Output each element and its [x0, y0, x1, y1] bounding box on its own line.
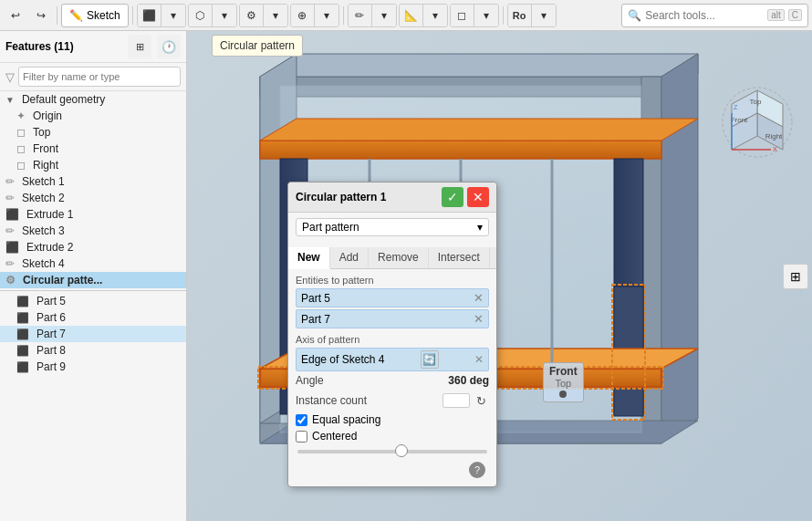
part-label: Part 5	[36, 295, 66, 307]
toolbar-group-4: ⊕ ▾	[290, 4, 339, 27]
sketch-tool-button[interactable]: ✏	[349, 4, 372, 27]
axis-icon-button[interactable]: 🔄	[421, 350, 439, 369]
tree-item-10[interactable]: ✏Sketch 4	[0, 255, 186, 272]
axis-row: Edge of Sketch 4 🔄 ✕	[296, 348, 489, 371]
combine-dropdown[interactable]: ▾	[315, 4, 338, 27]
dialog-cancel-button[interactable]: ✕	[467, 187, 489, 207]
dialog-pattern-type-section: Part pattern ▾	[288, 213, 496, 247]
search-input[interactable]	[645, 9, 764, 22]
entity-remove-button[interactable]: ✕	[474, 291, 484, 305]
toolbar-group-ro: Ro ▾	[507, 4, 557, 27]
tree-item-4[interactable]: ◻Right	[0, 157, 186, 173]
entity-label: Part 7	[301, 313, 330, 326]
instance-label: Instance count	[296, 394, 367, 407]
parts-container: ⬛Part 5⬛Part 6⬛Part 7⬛Part 8⬛Part 9	[0, 293, 186, 375]
dims-dropdown[interactable]: ▾	[423, 4, 447, 27]
entity-remove-button[interactable]: ✕	[474, 312, 484, 326]
tree-item-label: Sketch 2	[22, 192, 65, 204]
slider-track	[297, 450, 487, 453]
part-item-1[interactable]: ⬛Part 6	[0, 309, 186, 326]
dialog-tab-add[interactable]: Add	[330, 247, 369, 268]
plane-icon: ◻	[16, 142, 26, 155]
sketch-button[interactable]: ✏️ Sketch	[61, 4, 129, 27]
svg-text:X: X	[773, 146, 777, 152]
part-icon: ⬛	[16, 296, 29, 307]
tree-item-label: Front	[33, 142, 58, 155]
pattern-type-row[interactable]: Part pattern ▾	[296, 218, 489, 236]
display-options-button[interactable]: ⊞	[783, 264, 808, 289]
entities-container: Part 5✕Part 7✕	[296, 288, 489, 328]
circular-icon: ⚙	[5, 274, 16, 287]
redo-button[interactable]: ↪	[29, 4, 53, 27]
tree-item-9[interactable]: ⬛Extrude 2	[0, 239, 186, 255]
ro-button[interactable]: Ro	[508, 4, 532, 27]
axis-remove-icon[interactable]: ✕	[474, 353, 484, 366]
tree-item-6[interactable]: ✏Sketch 2	[0, 190, 186, 206]
tree-item-8[interactable]: ✏Sketch 3	[0, 223, 186, 239]
help-button[interactable]: ?	[469, 462, 485, 478]
equal-spacing-checkbox[interactable]	[296, 414, 307, 426]
plane-dropdown[interactable]: ▾	[474, 4, 498, 27]
tree-item-1[interactable]: ✦Origin	[0, 108, 186, 124]
slider-row	[296, 444, 489, 459]
entity-label: Part 5	[301, 292, 330, 305]
sketch-tool-dropdown[interactable]: ▾	[372, 4, 396, 27]
dims-button[interactable]: 📐	[400, 4, 423, 27]
orientation-cube[interactable]: Top Front Right Z X	[721, 86, 794, 159]
tree-item-5[interactable]: ✏Sketch 1	[0, 173, 186, 190]
dialog-tab-intersect[interactable]: Intersect	[429, 247, 490, 268]
features-options-button[interactable]: ⊞	[128, 35, 151, 58]
pattern-dropdown[interactable]: ▾	[264, 4, 287, 27]
toolbar-group-5: ✏ ▾	[348, 4, 397, 27]
tree-item-3[interactable]: ◻Front	[0, 141, 186, 157]
shape-dropdown[interactable]: ▾	[213, 4, 236, 27]
tree-item-label: Right	[33, 159, 58, 172]
angle-value: 360 deg	[448, 374, 489, 387]
part-item-3[interactable]: ⬛Part 8	[0, 342, 186, 359]
part-item-2[interactable]: ⬛Part 7	[0, 326, 186, 342]
tree-item-11[interactable]: ⚙Circular patte...	[0, 272, 186, 288]
center-dot	[559, 391, 567, 398]
tree-item-label: Extrude 1	[26, 208, 73, 221]
svg-marker-6	[661, 54, 698, 442]
toolbar-group-3: ⚙ ▾	[239, 4, 288, 27]
tree-item-0[interactable]: ▼Default geometry	[0, 91, 186, 108]
dialog-tab-new[interactable]: New	[288, 247, 330, 269]
instance-refresh-button[interactable]: ↻	[473, 392, 489, 409]
part-icon: ⬛	[16, 312, 29, 324]
ro-dropdown[interactable]: ▾	[532, 4, 556, 27]
features-history-button[interactable]: 🕐	[157, 35, 181, 58]
tree-item-label: Sketch 3	[22, 224, 65, 237]
viewport[interactable]: Front Top Top Front Right	[187, 31, 812, 521]
shape-button[interactable]: ⬡	[189, 4, 213, 27]
svg-text:Z: Z	[734, 104, 738, 110]
pattern-button[interactable]: ⚙	[240, 4, 264, 27]
main-area: Features (11) ⊞ 🕐 ▽ ▼Default geometry✦Or…	[0, 31, 812, 521]
sketch-icon: ✏	[5, 224, 15, 237]
svg-text:Right: Right	[765, 132, 783, 141]
tree-item-label: Circular patte...	[23, 274, 102, 287]
part-item-0[interactable]: ⬛Part 5	[0, 293, 186, 309]
axis-value: Edge of Sketch 4	[301, 353, 384, 366]
3d-view-dropdown[interactable]: ▾	[161, 4, 185, 27]
dialog-ok-button[interactable]: ✓	[442, 187, 463, 207]
instance-input[interactable]: 4	[442, 393, 470, 408]
tree-container: ▼Default geometry✦Origin◻Top◻Front◻Right…	[0, 91, 186, 288]
tree-item-label: Extrude 2	[26, 241, 73, 254]
dialog-tab-remove[interactable]: Remove	[369, 247, 429, 268]
tree-item-7[interactable]: ⬛Extrude 1	[0, 206, 186, 223]
part-item-4[interactable]: ⬛Part 9	[0, 359, 186, 375]
instance-row: Instance count 4 ↻	[296, 390, 489, 412]
tree-item-2[interactable]: ◻Top	[0, 124, 186, 141]
sketch-label: Sketch	[87, 9, 120, 22]
axis-label: Axis of pattern	[296, 334, 489, 345]
filter-input[interactable]	[18, 67, 181, 87]
toolbar-separator-3	[343, 6, 344, 25]
centered-checkbox[interactable]	[296, 431, 307, 443]
svg-marker-11	[260, 119, 698, 141]
3d-view-button[interactable]: ⬛	[138, 4, 161, 27]
slider-thumb[interactable]	[395, 444, 408, 457]
undo-button[interactable]: ↩	[4, 4, 27, 27]
combine-button[interactable]: ⊕	[291, 4, 315, 27]
plane-button[interactable]: ◻	[451, 4, 474, 27]
